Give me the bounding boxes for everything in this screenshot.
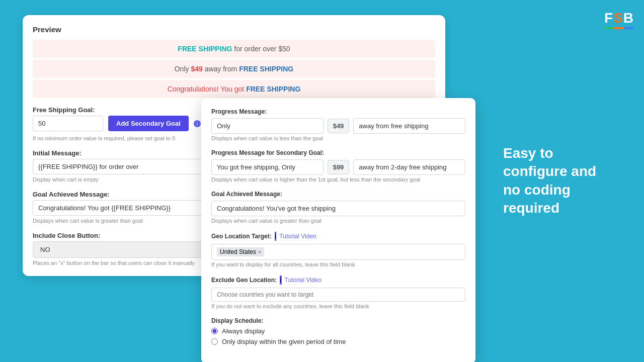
goal-achieved-input[interactable] (33, 200, 228, 216)
overlay-goal-achieved-input[interactable] (211, 201, 465, 216)
overlay-geo-section: Geo Location Target: i Tutorial Video Un… (211, 232, 465, 267)
free-shipping-goal-input[interactable] (33, 116, 103, 131)
overlay-progress-hint: Displays when cart value is less than th… (211, 135, 465, 141)
overlay-secondary-price: $99 (328, 160, 350, 174)
overlay-goal-achieved-hint: Displays when cart value is greater than… (211, 218, 465, 224)
banner-progress: Only $49 away from FREE SHIPPING (33, 60, 435, 78)
banner-congrats: Congratulations! You got FREE SHIPPING (33, 80, 435, 98)
goal-achieved-hint: Displays when cart value is greater than… (33, 218, 228, 224)
include-close-hint: Places an "x" button on the bar so that … (33, 260, 228, 266)
logo-underline (604, 27, 634, 29)
schedule-always-radio[interactable] (211, 328, 218, 334)
overlay-exclude-geo-label-row: Exclude Geo Location: i Tutorial Video (211, 276, 465, 285)
overlay-secondary-label: Progress Message for Secondary Goal: (211, 149, 465, 156)
schedule-scheduled-option[interactable]: Only display within the given period of … (211, 338, 465, 345)
initial-message-label: Initial Message: (33, 149, 228, 157)
overlay-geo-info-icon: i (275, 232, 277, 241)
overlay-progress-row: $49 (211, 118, 465, 134)
schedule-always-label: Always display (222, 327, 265, 335)
overlay-geo-tutorial-link[interactable]: Tutorial Video (279, 233, 316, 240)
overlay-geo-input-wrapper[interactable]: United States × (211, 244, 465, 260)
overlay-geo-hint: If you want to display for all countries… (211, 261, 465, 267)
overlay-progress-input[interactable] (211, 118, 324, 134)
overlay-schedule-radio-group: Always display Only display within the g… (211, 327, 465, 345)
schedule-always-option[interactable]: Always display (211, 327, 465, 335)
overlay-schedule-section: Display Schedule: Always display Only di… (211, 317, 465, 345)
overlay-exclude-geo-input[interactable] (217, 291, 460, 298)
tagline: Easy to configure and no coding required (503, 144, 614, 218)
overlay-progress-label: Progress Message: (211, 108, 465, 115)
geo-tag-us: United States × (217, 247, 264, 256)
overlay-exclude-geo-wrapper[interactable] (211, 288, 465, 302)
overlay-exclude-geo-tutorial-link[interactable]: Tutorial Video (285, 277, 321, 284)
overlay-secondary-hint: Displays when cart value is higher than … (211, 176, 465, 183)
overlay-geo-label-row: Geo Location Target: i Tutorial Video (211, 232, 465, 241)
overlay-exclude-geo-section: Exclude Geo Location: i Tutorial Video I… (211, 276, 465, 309)
overlay-card: Progress Message: $49 Displays when cart… (201, 98, 475, 362)
initial-message-hint: Display when cart is empty (33, 176, 228, 183)
geo-tag-label: United States (220, 248, 256, 255)
schedule-scheduled-radio[interactable] (211, 338, 218, 345)
fsb-logo: FSB (604, 10, 634, 29)
goal-achieved-group: Goal Achieved Message: Displays when car… (33, 191, 228, 224)
overlay-secondary-row: $99 (211, 159, 465, 175)
banner2-highlight: FREE SHIPPING (239, 65, 293, 73)
banner2-prefix: Only (175, 65, 191, 73)
overlay-progress-section: Progress Message: $49 Displays when cart… (211, 108, 465, 141)
include-close-label: Include Close Button: (33, 232, 228, 239)
overlay-goal-achieved-section: Goal Achieved Message: Displays when car… (211, 191, 465, 224)
overlay-secondary-suffix-input[interactable] (353, 159, 465, 175)
include-close-group: Include Close Button: NO YES Places an "… (33, 232, 228, 266)
info-icon: i (194, 120, 201, 127)
overlay-secondary-input[interactable] (211, 159, 324, 175)
banner1-text: for order over $50 (234, 45, 290, 53)
include-close-select[interactable]: NO YES (33, 241, 228, 258)
overlay-exclude-geo-hint: If you do not want to exclude any countr… (211, 303, 465, 309)
banner3-text: Congratulations! You got (168, 85, 246, 93)
schedule-scheduled-label: Only display within the given period of … (222, 338, 346, 345)
overlay-schedule-label: Display Schedule: (211, 317, 465, 324)
goal-achieved-label: Goal Achieved Message: (33, 191, 228, 198)
banner2-price: $49 (191, 65, 202, 73)
initial-message-input[interactable] (33, 159, 228, 174)
overlay-exclude-geo-info-icon: i (280, 276, 282, 285)
geo-tag-remove[interactable]: × (258, 249, 261, 255)
banner3-highlight: FREE SHIPPING (246, 85, 300, 93)
overlay-progress-suffix-input[interactable] (353, 118, 465, 134)
overlay-geo-label: Geo Location Target: (211, 233, 272, 240)
banner1-highlight: FREE SHIPPING (178, 45, 232, 53)
overlay-exclude-geo-label: Exclude Geo Location: (211, 277, 277, 284)
card-title: Preview (33, 25, 435, 34)
overlay-goal-achieved-label: Goal Achieved Message: (211, 191, 465, 198)
initial-message-group: Initial Message: Display when cart is em… (33, 149, 228, 183)
banner-free-shipping: FREE SHIPPING for order over $50 (33, 40, 435, 58)
overlay-secondary-section: Progress Message for Secondary Goal: $99… (211, 149, 465, 183)
add-secondary-goal-button[interactable]: Add Secondary Goal (108, 116, 189, 131)
banner2-middle: away from (205, 65, 239, 73)
preview-banners: FREE SHIPPING for order over $50 Only $4… (33, 40, 435, 98)
overlay-progress-price: $49 (328, 119, 350, 133)
